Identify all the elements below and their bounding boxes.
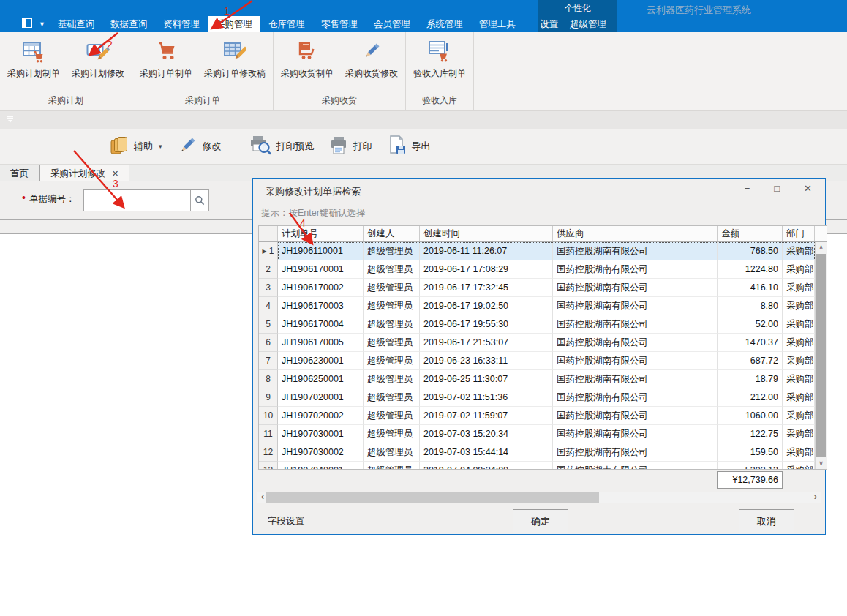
toolbar-button[interactable]: 导出 [387, 135, 431, 157]
column-header[interactable]: 创建人 [364, 226, 420, 241]
horizontal-scrollbar[interactable]: ‹ › [257, 492, 821, 503]
menu-item[interactable]: 基础查询 [50, 16, 102, 32]
table-row[interactable]: 11JH1907030001超级管理员2019-07-03 15:20:34国药… [259, 425, 815, 443]
table-row[interactable]: 9JH1907020001超级管理员2019-07-02 11:51:36国药控… [259, 388, 815, 407]
menu-item[interactable]: 资料管理 [155, 16, 208, 32]
scroll-down-icon[interactable]: ∨ [816, 458, 827, 469]
cell-creator: 超级管理员 [364, 462, 420, 469]
ribbon-collapse-icon[interactable] [6, 116, 16, 124]
table-row[interactable]: 2JH1906170001超级管理员2019-06-17 17:08:29国药控… [259, 260, 815, 279]
selected-row-marker: ▶ [263, 248, 267, 255]
table-row[interactable]: 10JH1907020002超级管理员2019-07-02 11:59:07国药… [259, 407, 815, 425]
column-header[interactable]: 供应商 [553, 226, 718, 241]
cell-created: 2019-07-03 15:20:34 [420, 425, 553, 443]
table-row[interactable]: 5JH1906170004超级管理员2019-06-17 19:55:30国药控… [259, 315, 815, 334]
field-settings-button[interactable]: 字段设置 [268, 515, 304, 527]
row-cells: JH1906230001超级管理员2019-06-23 16:33:11国药控股… [278, 352, 815, 370]
toolbar-button[interactable]: 修改 [177, 135, 222, 158]
document-toolbar: 辅助▾修改打印预览打印导出 [0, 129, 847, 164]
cell-dept: 采购部 [783, 242, 815, 260]
column-header[interactable]: 计划单号 [278, 226, 364, 241]
cell-supplier: 国药控股湖南有限公司 [553, 260, 718, 279]
table-row[interactable]: 4JH1906170003超级管理员2019-06-17 19:02:50国药控… [259, 297, 815, 315]
ribbon-button[interactable]: 验收入库制单 [407, 32, 472, 80]
menu-item[interactable]: 采购管理 [208, 16, 260, 32]
toolbar-button[interactable]: 打印预览 [249, 135, 315, 157]
scroll-up-icon[interactable]: ∧ [816, 242, 827, 253]
column-header[interactable]: 部门 [783, 226, 815, 241]
ribbon-group-buttons: 验收入库制单 [407, 32, 472, 80]
table-row[interactable]: 12JH1907030002超级管理员2019-07-03 15:44:14国药… [259, 443, 815, 462]
ribbon-button[interactable]: AB采购计划修改 [66, 32, 130, 80]
doc-number-input[interactable] [84, 190, 190, 211]
maximize-icon[interactable]: □ [774, 183, 780, 194]
ribbon-button[interactable]: 采购计划制单 [1, 32, 66, 80]
ribbon-group: 验收入库制单验收入库 [406, 32, 474, 110]
window-menu-icon [22, 18, 35, 30]
minimize-icon[interactable]: − [745, 183, 750, 194]
ribbon-button[interactable]: 采购订单制单 [134, 32, 198, 80]
close-icon[interactable]: ✕ [804, 183, 812, 194]
cancel-button[interactable]: 取消 [739, 509, 794, 533]
ribbon-button[interactable]: 采购订单修改稿 [198, 32, 271, 80]
column-header[interactable]: 金额 [718, 226, 783, 241]
toolbar-button[interactable]: 辅助▾ [110, 136, 162, 157]
table-row[interactable]: 7JH1906230001超级管理员2019-06-23 16:33:11国药控… [259, 352, 815, 370]
ribbon-group: 采购订单制单采购订单修改稿采购订单 [132, 32, 274, 110]
cell-dept: 采购部 [783, 425, 815, 443]
cell-created: 2019-06-11 11:26:07 [420, 242, 553, 260]
cell-created: 2019-06-17 19:55:30 [420, 315, 553, 334]
menu-item[interactable]: 会员管理 [366, 16, 418, 32]
ribbon-button[interactable]: 采购收货修改 [339, 32, 404, 80]
menu-item[interactable]: 零售管理 [313, 16, 366, 32]
scroll-right-icon[interactable]: › [810, 492, 821, 503]
cell-supplier: 国药控股湖南有限公司 [553, 388, 718, 407]
table-row[interactable]: 13JH1907040001超级管理员2019-07-04 09:24:00国药… [259, 462, 815, 469]
application-menu-button[interactable]: ▼ [18, 16, 50, 32]
cell-supplier: 国药控股湖南有限公司 [553, 425, 718, 443]
row-cells: JH1907020002超级管理员2019-07-02 11:59:07国药控股… [278, 407, 815, 425]
row-number: 3 [259, 279, 278, 297]
cell-creator: 超级管理员 [364, 370, 420, 388]
menu-item[interactable]: 系统管理 [418, 16, 471, 32]
table-row[interactable]: 8JH1906250001超级管理员2019-06-25 11:30:07国药控… [259, 370, 815, 388]
table-row[interactable]: 3JH1906170002超级管理员2019-06-17 17:32:45国药控… [259, 279, 815, 297]
grid-header-cell [0, 220, 26, 233]
toolbar-button-label: 打印预览 [276, 140, 315, 153]
doc-number-label: 单据编号： [29, 193, 75, 206]
ok-button[interactable]: 确定 [513, 509, 568, 533]
table-row[interactable]: ▶1JH1906110001超级管理员2019-06-11 11:26:07国药… [259, 242, 815, 260]
vertical-scrollbar[interactable]: ∧ ∨ [815, 242, 827, 469]
menu-item[interactable]: 仓库管理 [260, 16, 313, 32]
cell-plan_no: JH1906110001 [278, 242, 364, 260]
ribbon-button-label: 验收入库制单 [413, 67, 466, 80]
cell-created: 2019-07-02 11:59:07 [420, 407, 553, 425]
contextual-menu-item[interactable]: 设置 [534, 16, 564, 32]
close-tab-icon[interactable]: ✕ [112, 165, 118, 181]
row-number: 13 [259, 462, 278, 469]
toolbar-button[interactable]: 打印 [329, 136, 372, 157]
menu-item[interactable]: 管理工具 [471, 16, 524, 32]
horizontal-scrollbar-thumb[interactable] [266, 492, 599, 503]
cell-dept: 采购部 [783, 462, 815, 469]
toolbar-button-label: 辅助 [134, 140, 153, 153]
menu-item[interactable]: 数据查询 [102, 16, 155, 32]
document-tab[interactable]: 采购计划修改✕ [39, 165, 129, 181]
search-button[interactable] [190, 190, 208, 211]
table-body: ▶1JH1906110001超级管理员2019-06-11 11:26:07国药… [259, 242, 815, 469]
cell-supplier: 国药控股湖南有限公司 [553, 334, 718, 352]
ribbon-group-label: 采购计划 [1, 93, 130, 110]
cell-creator: 超级管理员 [364, 297, 420, 315]
vertical-scrollbar-thumb[interactable] [816, 254, 826, 457]
cell-amount: 768.50 [718, 242, 783, 260]
cell-supplier: 国药控股湖南有限公司 [553, 407, 718, 425]
column-header[interactable]: 创建时间 [420, 226, 553, 241]
cart-icon [154, 37, 178, 65]
ribbon-button[interactable]: 采购收货制单 [275, 32, 339, 80]
grid-cart2-icon [428, 37, 451, 65]
contextual-menu-item[interactable]: 超级管理 [564, 16, 612, 32]
row-cells: JH1907020001超级管理员2019-07-02 11:51:36国药控股… [278, 388, 815, 407]
document-tab[interactable]: 首页 [0, 165, 39, 181]
cell-created: 2019-06-17 21:53:07 [420, 334, 553, 352]
table-row[interactable]: 6JH1906170005超级管理员2019-06-17 21:53:07国药控… [259, 334, 815, 352]
